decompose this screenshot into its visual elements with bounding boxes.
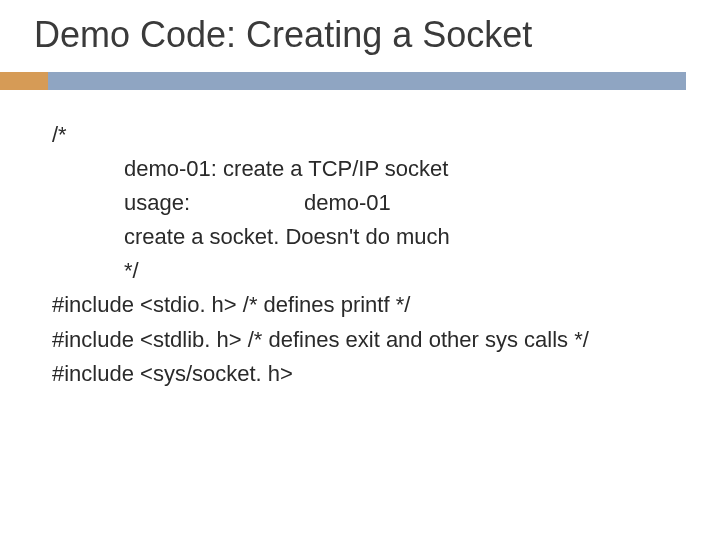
usage-value: demo-01 xyxy=(304,190,391,215)
code-usage-line: usage:demo-01 xyxy=(52,186,686,220)
slide-container: Demo Code: Creating a Socket /* demo-01:… xyxy=(0,0,720,540)
include-stdlib: #include <stdlib. h> /* defines exit and… xyxy=(52,323,686,357)
code-line-3: create a socket. Doesn't do much xyxy=(52,220,686,254)
include-socket: #include <sys/socket. h> xyxy=(52,357,686,391)
comment-open: /* xyxy=(52,118,686,152)
divider-bar xyxy=(0,72,720,90)
divider-accent-left xyxy=(0,72,48,90)
slide-title: Demo Code: Creating a Socket xyxy=(0,0,720,64)
include-stdio: #include <stdio. h> /* defines printf */ xyxy=(52,288,686,322)
code-content: /* demo-01: create a TCP/IP socket usage… xyxy=(0,90,720,391)
divider-accent-right xyxy=(48,72,686,90)
usage-label: usage: xyxy=(124,186,304,220)
code-line-1: demo-01: create a TCP/IP socket xyxy=(52,152,686,186)
comment-close: */ xyxy=(52,254,686,288)
